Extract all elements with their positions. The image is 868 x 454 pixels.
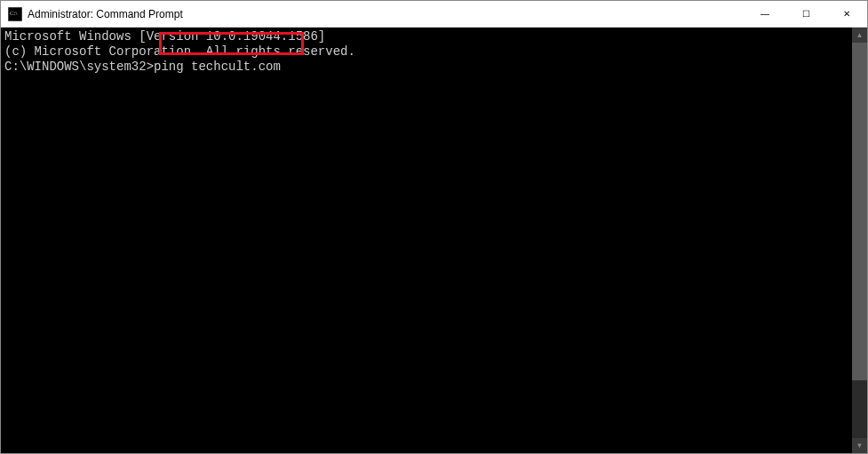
scroll-down-arrow-icon[interactable]: ▼ xyxy=(852,438,867,453)
window-controls: — ☐ ✕ xyxy=(745,1,867,27)
console-line: Microsoft Windows [Version 10.0.19044.15… xyxy=(4,29,848,44)
scroll-up-arrow-icon[interactable]: ▲ xyxy=(852,28,867,43)
command-input[interactable]: ping techcult.com xyxy=(154,60,281,74)
scroll-thumb[interactable] xyxy=(852,43,867,380)
console-output[interactable]: Microsoft Windows [Version 10.0.19044.15… xyxy=(1,28,852,453)
prompt-text: C:\WINDOWS\system32> xyxy=(4,60,154,74)
minimize-button[interactable]: — xyxy=(745,1,785,27)
console-line: (c) Microsoft Corporation. All rights re… xyxy=(4,44,848,60)
maximize-button[interactable]: ☐ xyxy=(785,1,826,27)
window-titlebar: C:\ _ Administrator: Command Prompt — ☐ … xyxy=(1,1,867,28)
close-button[interactable]: ✕ xyxy=(826,1,867,27)
console-prompt-line: C:\WINDOWS\system32>ping techcult.com xyxy=(4,60,848,75)
command-prompt-icon: C:\ _ xyxy=(8,7,22,21)
console-area: Microsoft Windows [Version 10.0.19044.15… xyxy=(1,28,867,453)
svg-text:_: _ xyxy=(9,17,12,21)
svg-text:C:\: C:\ xyxy=(10,10,18,17)
window-title: Administrator: Command Prompt xyxy=(28,8,183,20)
vertical-scrollbar[interactable]: ▲ ▼ xyxy=(852,28,867,453)
